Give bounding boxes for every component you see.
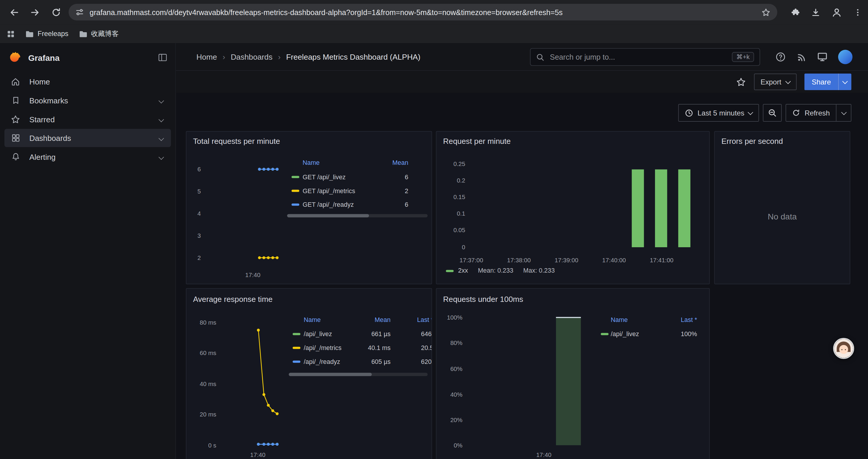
legend-header[interactable]: Name bbox=[304, 316, 320, 324]
favorite-star-icon[interactable] bbox=[736, 76, 746, 87]
search-shortcut: ⌘+k bbox=[732, 52, 754, 62]
bookmark-icon bbox=[10, 96, 21, 105]
legend-stat: Mean: 0.233 bbox=[478, 267, 514, 275]
sidebar-item-label: Starred bbox=[29, 115, 55, 124]
sidebar-item-starred[interactable]: Starred bbox=[4, 110, 171, 129]
sidebar-item-dashboards[interactable]: Dashboards bbox=[4, 129, 171, 147]
legend-series-name[interactable]: /api/_livez bbox=[611, 330, 639, 338]
search-icon bbox=[536, 53, 544, 61]
dashboards-grid-icon bbox=[10, 133, 21, 143]
browser-menu-kebab-icon[interactable] bbox=[847, 3, 868, 22]
folder-icon bbox=[78, 29, 87, 38]
legend-series-color bbox=[446, 270, 454, 272]
sidebar-collapse-button[interactable] bbox=[158, 53, 168, 63]
legend-series-name[interactable]: GET /api/_livez bbox=[303, 173, 346, 182]
breadcrumb-separator bbox=[222, 52, 225, 61]
apps-grid-icon[interactable] bbox=[6, 30, 15, 38]
export-label: Export bbox=[761, 78, 781, 86]
bookmark-folder-freeleaps[interactable]: Freeleaps bbox=[25, 29, 68, 38]
panel-requests-under-100ms: Requests under 100ms 100%80%60%40%20%0%1… bbox=[436, 288, 710, 459]
reload-icon bbox=[51, 7, 61, 17]
breadcrumb-dashboards[interactable]: Dashboards bbox=[231, 52, 272, 61]
panel-title[interactable]: Errors per second bbox=[721, 137, 783, 145]
legend-series-name[interactable]: GET /api/_/readyz bbox=[303, 201, 354, 209]
legend-header[interactable]: Name bbox=[303, 159, 319, 167]
legend-series-name[interactable]: GET /api/_/metrics bbox=[303, 187, 355, 195]
legend-stat: Max: 0.233 bbox=[523, 267, 555, 275]
legend-value: 40.1 ms bbox=[341, 344, 391, 352]
user-avatar[interactable] bbox=[838, 50, 852, 64]
legend-header[interactable]: Last * bbox=[417, 316, 432, 324]
breadcrumb-home[interactable]: Home bbox=[196, 52, 217, 61]
export-button[interactable]: Export bbox=[754, 73, 797, 90]
legend-value: 605 µs bbox=[341, 358, 391, 366]
site-info-icon[interactable] bbox=[75, 8, 84, 17]
dashboard-actions-toolbar: Export Share bbox=[176, 71, 868, 93]
sidebar-header: Grafana bbox=[0, 43, 176, 72]
back-button[interactable] bbox=[3, 3, 24, 22]
legend-header[interactable]: Mean bbox=[359, 159, 408, 167]
legend-value: 620 µs bbox=[421, 358, 432, 366]
panel-total-requests-per-minute: Total requests per minute 6543217:40Name… bbox=[186, 131, 432, 285]
breadcrumb-separator bbox=[278, 52, 281, 61]
sidebar-item-bookmarks[interactable]: Bookmarks bbox=[4, 91, 171, 109]
bookmark-folder-blog[interactable]: 收藏博客 bbox=[78, 29, 119, 38]
search-input[interactable] bbox=[549, 52, 728, 62]
legend-series-name[interactable]: /api/_/readyz bbox=[304, 358, 340, 366]
legend-value: 6 bbox=[359, 173, 408, 182]
share-button[interactable]: Share bbox=[804, 73, 838, 90]
bookmark-star-icon[interactable] bbox=[761, 7, 771, 17]
browser-profile-icon[interactable] bbox=[826, 3, 847, 22]
chevron-down-icon bbox=[159, 133, 163, 142]
refresh-button[interactable]: Refresh bbox=[786, 104, 836, 121]
browser-toolbar: grafana.mathmast.com/d/deytv4rwavabkb/fr… bbox=[0, 0, 868, 24]
star-icon bbox=[10, 114, 21, 124]
share-menu-caret[interactable] bbox=[838, 73, 851, 90]
refresh-interval-caret[interactable] bbox=[836, 104, 851, 121]
no-data-message: No data bbox=[715, 212, 850, 221]
breadcrumb: Home Dashboards Freeleaps Metrics Dashbo… bbox=[196, 52, 421, 61]
legend-scrollbar-thumb[interactable] bbox=[287, 214, 369, 218]
sidebar-item-home[interactable]: Home bbox=[4, 72, 171, 91]
legend-header[interactable]: Name bbox=[611, 316, 627, 324]
chevron-down-icon bbox=[841, 109, 846, 115]
assistant-avatar[interactable] bbox=[833, 338, 854, 359]
legend-scrollbar-thumb[interactable] bbox=[289, 373, 372, 376]
sidebar-item-label: Bookmarks bbox=[29, 96, 68, 105]
folder-icon bbox=[25, 29, 34, 38]
help-icon[interactable] bbox=[775, 51, 786, 62]
news-rss-icon[interactable] bbox=[797, 52, 807, 62]
kiosk-monitor-icon[interactable] bbox=[817, 52, 828, 62]
bookmark-label: Freeleaps bbox=[37, 30, 68, 37]
legend-scrollbar bbox=[289, 373, 428, 376]
time-range-picker[interactable]: Last 5 minutes bbox=[678, 104, 759, 122]
panel-title[interactable]: Requests under 100ms bbox=[443, 295, 523, 304]
panel-title[interactable]: Average response time bbox=[193, 295, 273, 304]
panel-title[interactable]: Total requests per minute bbox=[193, 137, 280, 145]
search-bar[interactable]: ⌘+k bbox=[530, 48, 760, 66]
legend: 2xxMean: 0.233Max: 0.233 bbox=[446, 267, 555, 275]
breadcrumb-current: Freeleaps Metrics Dashboard (ALPHA) bbox=[286, 52, 421, 61]
sidebar-item-alerting[interactable]: Alerting bbox=[4, 148, 171, 166]
panel-request-per-minute: Request per minute 0.250.20.150.10.05017… bbox=[436, 131, 710, 285]
legend-series-name[interactable]: /api/_/metrics bbox=[304, 344, 342, 352]
legend-value: 6 bbox=[359, 201, 408, 209]
legend-series-name[interactable]: /api/_livez bbox=[304, 330, 332, 338]
chevron-down-icon bbox=[748, 109, 754, 115]
average-response-time-chart: 80 ms60 ms40 ms20 ms0 s17:40NameMeanLast… bbox=[186, 289, 432, 459]
forward-button[interactable] bbox=[24, 3, 45, 22]
sidebar-item-label: Alerting bbox=[29, 153, 56, 161]
bell-icon bbox=[10, 152, 21, 162]
extensions-icon[interactable] bbox=[784, 3, 805, 22]
grafana-topnav: Home Dashboards Freeleaps Metrics Dashbo… bbox=[176, 43, 868, 71]
legend-header[interactable]: Last * bbox=[647, 316, 697, 324]
panel-title[interactable]: Request per minute bbox=[443, 137, 511, 145]
url-bar[interactable]: grafana.mathmast.com/d/deytv4rwavabkb/fr… bbox=[68, 4, 777, 21]
reload-button[interactable] bbox=[45, 3, 66, 22]
legend-series-name: 2xx bbox=[458, 267, 468, 275]
downloads-button[interactable] bbox=[805, 3, 826, 22]
legend-header[interactable]: Mean bbox=[341, 316, 391, 324]
back-arrow-icon bbox=[9, 7, 19, 17]
legend-series[interactable]: 2xx bbox=[446, 267, 468, 275]
zoom-out-button[interactable] bbox=[763, 104, 782, 122]
